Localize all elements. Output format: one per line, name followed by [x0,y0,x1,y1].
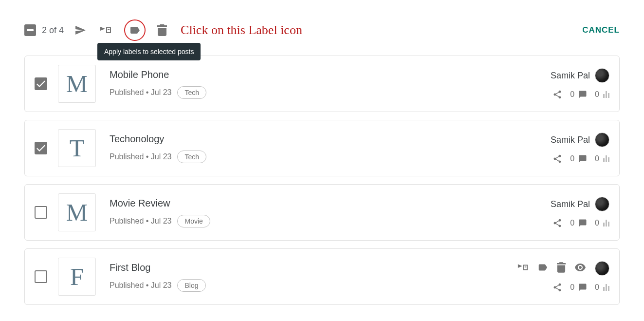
label-tooltip: Apply labels to selected posts [97,43,201,60]
post-letter-thumbnail: M [58,65,96,103]
share-icon[interactable] [552,283,562,292]
post-right: Samik Pal00 [551,132,609,164]
avatar[interactable] [595,68,609,83]
post-status-date: Published • Jul 23 [110,88,171,97]
svg-rect-0 [27,29,34,31]
avatar[interactable] [595,132,609,147]
author-row: Samik Pal [551,68,609,83]
post-checkbox[interactable] [35,142,47,154]
hover-actions [517,261,609,276]
post-status-date: Published • Jul 23 [110,217,171,226]
label-icon[interactable] [537,262,548,275]
stats-row: 00 [552,283,609,292]
post-status-date: Published • Jul 23 [110,281,171,290]
avatar[interactable] [595,197,609,211]
post-meta: Published • Jul 23Movie [110,215,551,227]
selection-count: 2 of 4 [42,25,64,36]
analytics-icon [603,220,609,227]
delete-icon[interactable] [557,262,566,275]
post-checkbox[interactable] [35,77,47,90]
toolbar: 2 of 4 Click on this Label icon CANCEL A… [24,19,620,41]
post-title[interactable]: Movie Review [110,198,551,209]
author-row: Samik Pal [551,132,609,147]
post-meta: Published • Jul 23Tech [110,86,551,99]
post-label-chip[interactable]: Movie [177,215,210,227]
post-info: Movie ReviewPublished • Jul 23Movie [110,198,551,227]
post-title[interactable]: Techonology [110,133,551,145]
post-title[interactable]: First Blog [110,262,517,273]
publish-icon[interactable] [74,23,87,37]
post-info: First BlogPublished • Jul 23Blog [110,262,517,292]
views-stat[interactable]: 0 [595,90,609,99]
post-meta: Published • Jul 23Blog [110,279,517,292]
avatar[interactable] [595,261,609,276]
select-all-indicator[interactable] [24,24,36,36]
post-label-chip[interactable]: Blog [177,279,205,292]
post-letter-thumbnail: T [58,129,96,167]
share-icon[interactable] [552,218,562,228]
comments-stat[interactable]: 0 [570,283,587,292]
comments-stat[interactable]: 0 [570,154,587,163]
stats-row: 00 [552,218,609,228]
views-stat[interactable]: 0 [595,283,609,292]
post-row[interactable]: MMovie ReviewPublished • Jul 23MovieSami… [24,184,620,241]
analytics-icon [603,155,609,162]
analytics-icon [603,91,609,98]
revert-draft-icon[interactable] [99,23,112,37]
views-stat[interactable]: 0 [595,154,609,163]
post-letter-thumbnail: F [58,258,96,296]
comments-stat[interactable]: 0 [570,219,587,227]
author-row: Samik Pal [551,197,609,211]
post-info: TechonologyPublished • Jul 23Tech [110,133,551,163]
preview-icon[interactable] [574,264,586,273]
post-list: MMobile PhonePublished • Jul 23TechSamik… [24,56,620,305]
post-right: Samik Pal00 [551,68,609,99]
share-icon[interactable] [552,90,562,99]
author-name: Samik Pal [551,199,590,209]
post-right: 00 [517,261,609,292]
post-label-chip[interactable]: Tech [177,86,206,99]
post-meta: Published • Jul 23Tech [110,151,551,163]
cancel-button[interactable]: CANCEL [582,25,620,35]
post-title[interactable]: Mobile Phone [110,69,551,80]
author-name: Samik Pal [551,71,590,81]
revert-draft-icon[interactable] [517,262,529,275]
delete-icon[interactable] [155,23,169,37]
annotation-text: Click on this Label icon [181,23,302,38]
post-label-chip[interactable]: Tech [177,151,206,163]
stats-row: 00 [552,154,609,164]
author-name: Samik Pal [551,135,590,145]
comments-stat[interactable]: 0 [570,90,587,99]
label-icon[interactable] [124,19,146,41]
post-row[interactable]: FFirst BlogPublished • Jul 23Blog00 [24,248,620,305]
post-checkbox[interactable] [35,206,47,219]
share-icon[interactable] [552,154,562,164]
analytics-icon [603,284,609,291]
stats-row: 00 [552,90,609,99]
post-letter-thumbnail: M [58,193,96,231]
post-status-date: Published • Jul 23 [110,152,171,161]
post-row[interactable]: MMobile PhonePublished • Jul 23TechSamik… [24,56,620,112]
post-checkbox[interactable] [35,270,47,283]
post-info: Mobile PhonePublished • Jul 23Tech [110,69,551,99]
post-row[interactable]: TTechonologyPublished • Jul 23TechSamik … [24,120,620,176]
post-right: Samik Pal00 [551,197,609,228]
views-stat[interactable]: 0 [595,219,609,227]
